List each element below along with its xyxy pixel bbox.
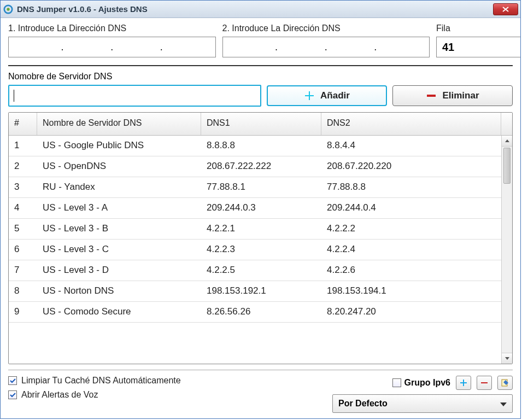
table-row[interactable]: 8US - Norton DNS198.153.192.1198.153.194…: [9, 281, 501, 302]
cell-dns2: 8.8.4.4: [321, 136, 501, 156]
cell-dns2: 8.20.247.20: [321, 302, 501, 322]
cell-dns2: 198.153.194.1: [321, 281, 501, 301]
cell-name: US - Level 3 - B: [37, 219, 201, 239]
server-name-input[interactable]: [8, 85, 261, 107]
voice-alerts-checkbox[interactable]: Abrir Alertas de Voz: [8, 390, 321, 400]
minus-icon: [426, 90, 437, 101]
cell-dns2: 208.67.220.220: [321, 156, 501, 177]
vertical-scrollbar[interactable]: [501, 136, 512, 364]
dns-table: # Nombre de Servidor DNS DNS1 DNS2 1US -…: [8, 112, 513, 364]
group-ipv6-checkbox[interactable]: Grupo Ipv6: [392, 378, 450, 388]
cell-num: 7: [9, 260, 37, 281]
checkbox-checked-icon: [8, 376, 17, 385]
cell-name: US - Norton DNS: [37, 281, 201, 301]
svg-rect-3: [481, 382, 488, 383]
cell-dns1: 198.153.192.1: [201, 281, 321, 301]
cell-name: US - Level 3 - A: [37, 198, 201, 218]
cell-dns2: 209.244.0.4: [321, 198, 501, 218]
add-button-label: Añadir: [320, 90, 350, 101]
text-cursor: [14, 90, 14, 102]
cell-name: US - Comodo Secure: [37, 302, 201, 322]
col-name[interactable]: Nombre de Servidor DNS: [37, 113, 201, 135]
cell-dns2: 4.2.2.4: [321, 240, 501, 260]
cell-dns1: 4.2.2.5: [201, 260, 321, 281]
col-dns1[interactable]: DNS1: [201, 113, 321, 135]
cell-num: 8: [9, 281, 37, 301]
col-dns2[interactable]: DNS2: [321, 113, 501, 135]
table-row[interactable]: 1US - Google Public DNS8.8.8.88.8.4.4: [9, 136, 501, 156]
table-row[interactable]: 9US - Comodo Secure8.26.56.268.20.247.20: [9, 302, 501, 323]
cell-num: 3: [9, 177, 37, 197]
delete-button-label: Eliminar: [442, 90, 479, 101]
scrollbar-down-icon[interactable]: [502, 353, 512, 364]
scrollbar-thumb[interactable]: [503, 148, 511, 184]
window-title: DNS Jumper v1.0.6 - Ajustes DNS: [17, 4, 493, 14]
col-num[interactable]: #: [9, 113, 37, 135]
table-row[interactable]: 2US - OpenDNS208.67.222.222208.67.220.22…: [9, 156, 501, 177]
cell-num: 5: [9, 219, 37, 239]
dns1-input[interactable]: . . .: [8, 37, 216, 57]
checkbox-checked-icon: [8, 390, 17, 399]
cell-name: US - Google Public DNS: [37, 136, 201, 156]
bottom-bar: Limpiar Tu Caché DNS Automáticamente Abr…: [8, 370, 513, 413]
dns2-label: 2. Introduce La Dirección DNS: [222, 24, 430, 33]
app-window: DNS Jumper v1.0.6 - Ajustes DNS 1. Intro…: [0, 0, 521, 419]
cell-dns1: 8.26.56.26: [201, 302, 321, 322]
checkbox-unchecked-icon: [392, 378, 401, 387]
voice-alerts-label: Abrir Alertas de Voz: [21, 390, 98, 400]
cell-dns1: 4.2.2.3: [201, 240, 321, 260]
fila-label: Fila: [436, 24, 513, 33]
group-edit-button[interactable]: [497, 376, 513, 390]
server-name-label: Nomobre de Servidor DNS: [8, 72, 513, 81]
scrollbar-up-icon[interactable]: [502, 136, 512, 147]
cell-dns1: 208.67.222.222: [201, 156, 321, 177]
table-header: # Nombre de Servidor DNS DNS1 DNS2: [9, 113, 512, 136]
chevron-down-icon: [500, 399, 507, 409]
cell-name: US - Level 3 - D: [37, 260, 201, 281]
svg-point-1: [7, 8, 9, 10]
cell-dns1: 77.88.8.1: [201, 177, 321, 197]
table-row[interactable]: 5US - Level 3 - B4.2.2.14.2.2.2: [9, 219, 501, 240]
clear-cache-checkbox[interactable]: Limpiar Tu Caché DNS Automáticamente: [8, 376, 321, 386]
table-row[interactable]: 7US - Level 3 - D4.2.2.54.2.2.6: [9, 260, 501, 281]
table-row[interactable]: 3RU - Yandex77.88.8.177.88.8.8: [9, 177, 501, 198]
group-ipv6-label: Grupo Ipv6: [404, 378, 450, 388]
fila-input[interactable]: [436, 37, 520, 57]
svg-rect-2: [427, 95, 436, 97]
title-bar: DNS Jumper v1.0.6 - Ajustes DNS: [1, 1, 520, 18]
delete-button[interactable]: Eliminar: [392, 85, 513, 106]
cell-name: US - OpenDNS: [37, 156, 201, 177]
cell-dns1: 8.8.8.8: [201, 136, 321, 156]
content-area: 1. Introduce La Dirección DNS . . . 2. I…: [1, 18, 520, 418]
table-row[interactable]: 4US - Level 3 - A209.244.0.3209.244.0.4: [9, 198, 501, 219]
group-dropdown-value: Por Defecto: [338, 399, 388, 409]
cell-dns1: 209.244.0.3: [201, 198, 321, 218]
separator: [8, 65, 513, 66]
app-icon: [3, 4, 14, 15]
cell-num: 6: [9, 240, 37, 260]
group-add-button[interactable]: [456, 376, 471, 390]
dns2-input[interactable]: . . .: [222, 37, 430, 57]
cell-num: 2: [9, 156, 37, 177]
cell-num: 4: [9, 198, 37, 218]
cell-dns2: 4.2.2.2: [321, 219, 501, 239]
clear-cache-label: Limpiar Tu Caché DNS Automáticamente: [21, 376, 181, 386]
cell-dns1: 4.2.2.1: [201, 219, 321, 239]
group-delete-button[interactable]: [477, 376, 492, 390]
dns1-label: 1. Introduce La Dirección DNS: [8, 24, 216, 33]
add-button[interactable]: Añadir: [267, 85, 387, 106]
cell-num: 9: [9, 302, 37, 322]
cell-name: US - Level 3 - C: [37, 240, 201, 260]
close-button[interactable]: [493, 3, 518, 15]
cell-dns2: 77.88.8.8: [321, 177, 501, 197]
table-row[interactable]: 6US - Level 3 - C4.2.2.34.2.2.4: [9, 240, 501, 260]
cell-name: RU - Yandex: [37, 177, 201, 197]
cell-dns2: 4.2.2.6: [321, 260, 501, 281]
group-dropdown[interactable]: Por Defecto: [332, 394, 513, 413]
plus-icon: [304, 90, 315, 101]
cell-num: 1: [9, 136, 37, 156]
